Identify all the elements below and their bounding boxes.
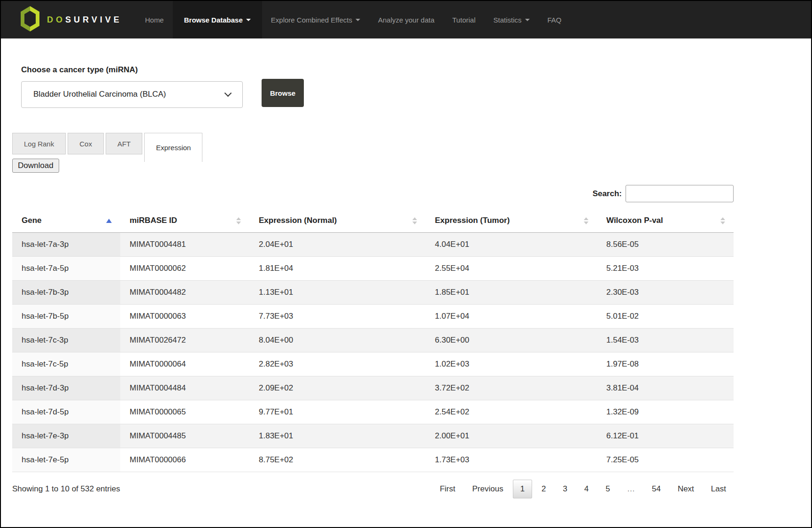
pagination-5[interactable]: 5 [598,480,618,498]
pagination-4[interactable]: 4 [577,480,596,498]
expression-normal-cell: 1.83E+01 [249,424,425,448]
pagination-2[interactable]: 2 [534,480,553,498]
mirbase-id-cell: MIMAT0026472 [120,329,249,352]
column-label: Expression (Tumor) [435,216,510,225]
nav-item-browse-database[interactable]: Browse Database [173,1,262,38]
caret-down-icon [356,19,360,21]
expression-normal-cell: 2.04E+01 [249,233,425,257]
pagination-first[interactable]: First [432,480,463,498]
sort-both-icon [720,217,725,224]
gene-cell: hsa-let-7e-5p [12,448,120,472]
column-header-wilcoxon-p-val[interactable]: Wilcoxon P-val [597,209,734,233]
expression-tumor-cell: 3.72E+02 [425,376,597,400]
nav-item-home[interactable]: Home [136,1,173,38]
mirbase-id-cell: MIMAT0004485 [120,424,249,448]
expression-tumor-cell: 2.00E+01 [425,424,597,448]
table-footer: Showing 1 to 10 of 532 entries FirstPrev… [12,472,734,498]
column-label: Gene [22,216,42,225]
column-label: miRBASE ID [130,216,177,225]
table-row: hsa-let-7a-5pMIMAT00000621.81E+042.55E+0… [12,257,734,281]
nav-item-label: Statistics [493,16,521,24]
expression-normal-cell: 2.82E+03 [249,352,425,376]
mirbase-id-cell: MIMAT0000063 [120,305,249,329]
gene-cell: hsa-let-7d-3p [12,376,120,400]
expression-tumor-cell: 1.85E+01 [425,281,597,305]
gene-cell: hsa-let-7a-3p [12,233,120,257]
wilcoxon-pval-cell: 8.56E-05 [597,233,734,257]
chevron-down-icon [224,90,232,97]
table-row: hsa-let-7c-5pMIMAT00000642.82E+031.02E+0… [12,352,734,376]
nav-item-label: FAQ [548,16,562,24]
sort-both-icon [584,217,588,224]
expression-tumor-cell: 4.04E+01 [425,233,597,257]
logo[interactable]: dosurvive [1,1,136,38]
pagination-ellipsis: … [619,480,642,498]
pagination-previous[interactable]: Previous [464,480,510,498]
table-info: Showing 1 to 10 of 532 entries [12,484,120,494]
wilcoxon-pval-cell: 3.81E-04 [597,376,734,400]
sort-both-icon [236,217,241,224]
pagination-1[interactable]: 1 [513,480,532,498]
nav-item-analyze-your-data[interactable]: Analyze your data [369,1,443,38]
search-input[interactable] [626,185,734,202]
expression-tumor-cell: 1.02E+03 [425,352,597,376]
table-row: hsa-let-7c-3pMIMAT00264728.04E+006.30E+0… [12,329,734,352]
cancer-type-select[interactable]: Bladder Urothelial Carcinoma (BLCA) [21,81,243,108]
column-label: Expression (Normal) [259,216,337,225]
wilcoxon-pval-cell: 7.25E-05 [597,448,734,472]
mirbase-id-cell: MIMAT0004481 [120,233,249,257]
mirbase-id-cell: MIMAT0004484 [120,376,249,400]
tab-aft[interactable]: AFT [106,133,142,154]
wilcoxon-pval-cell: 2.30E-03 [597,281,734,305]
browse-button[interactable]: Browse [262,79,304,107]
pagination-last[interactable]: Last [704,480,734,498]
expression-normal-cell: 7.73E+03 [249,305,425,329]
table-row: hsa-let-7a-3pMIMAT00044812.04E+014.04E+0… [12,233,734,257]
table-row: hsa-let-7e-5pMIMAT00000668.75E+021.73E+0… [12,448,734,472]
tab-log-rank[interactable]: Log Rank [12,133,66,154]
nav-item-explore-combined-effects[interactable]: Explore Combined Effects [262,1,369,38]
table-row: hsa-let-7e-3pMIMAT00044851.83E+012.00E+0… [12,424,734,448]
pagination-54[interactable]: 54 [644,480,668,498]
logo-text: dosurvive [47,15,122,25]
wilcoxon-pval-cell: 5.01E-02 [597,305,734,329]
tab-expression[interactable]: Expression [144,133,202,162]
nav-menu: HomeBrowse DatabaseExplore Combined Effe… [136,1,571,38]
column-header-gene[interactable]: Gene [12,209,120,233]
table-row: hsa-let-7b-3pMIMAT00044821.13E+011.85E+0… [12,281,734,305]
gene-cell: hsa-let-7c-3p [12,329,120,352]
gene-cell: hsa-let-7e-3p [12,424,120,448]
cancer-type-label: Choose a cancer type (miRNA) [21,65,734,75]
search-label: Search: [593,189,622,199]
wilcoxon-pval-cell: 6.12E-01 [597,424,734,448]
nav-item-faq[interactable]: FAQ [539,1,571,38]
column-header-expression-tumor[interactable]: Expression (Tumor) [425,209,597,233]
pagination: FirstPrevious12345…54NextLast [430,480,734,498]
column-header-expression-normal[interactable]: Expression (Normal) [249,209,425,233]
pagination-3[interactable]: 3 [556,480,575,498]
sort-both-icon [412,217,417,224]
expression-tumor-cell: 2.55E+04 [425,257,597,281]
table-header-row: GenemiRBASE IDExpression (Normal)Express… [12,209,734,233]
cancer-type-chooser: Choose a cancer type (miRNA) Bladder Uro… [21,65,734,110]
tab-cox[interactable]: Cox [68,133,104,154]
cancer-type-selected-value: Bladder Urothelial Carcinoma (BLCA) [33,90,166,99]
download-button[interactable]: Download [12,159,59,173]
nav-item-statistics[interactable]: Statistics [484,1,538,38]
expression-normal-cell: 2.09E+02 [249,376,425,400]
wilcoxon-pval-cell: 1.54E-03 [597,329,734,352]
caret-down-icon [525,19,530,21]
search-bar: Search: [12,185,734,202]
logo-text-survive: survive [65,15,122,24]
nav-item-label: Explore Combined Effects [271,16,352,24]
result-tabs: Log RankCoxAFTExpression [12,133,734,155]
nav-item-label: Analyze your data [378,16,434,24]
expression-tumor-cell: 1.07E+04 [425,305,597,329]
column-label: Wilcoxon P-val [606,216,663,225]
pagination-next[interactable]: Next [670,480,702,498]
nav-item-tutorial[interactable]: Tutorial [443,1,484,38]
column-header-mirbase-id[interactable]: miRBASE ID [120,209,249,233]
gene-cell: hsa-let-7b-5p [12,305,120,329]
wilcoxon-pval-cell: 1.32E-09 [597,400,734,424]
gene-cell: hsa-let-7b-3p [12,281,120,305]
